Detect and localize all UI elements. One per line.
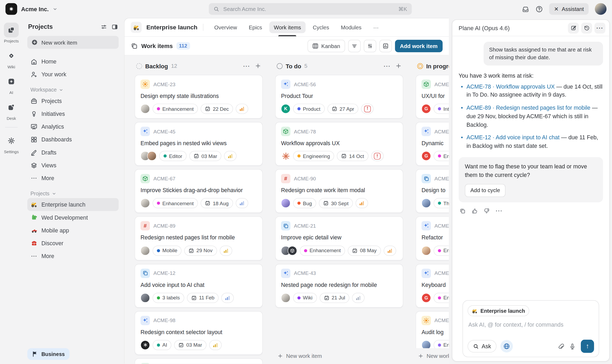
label-pill[interactable]: Editor [159,151,186,161]
work-item-card[interactable]: #ACME-90Redesign create work item modalB… [275,169,403,213]
sidebar-project-wed-development[interactable]: Wed Development [27,211,119,224]
due-date-pill[interactable]: 29 Nov [184,246,217,256]
tab-menu[interactable]: ··· [368,18,384,36]
thumbs-down-icon[interactable] [484,208,490,214]
due-date-pill[interactable]: 03 Mar [174,340,206,350]
sidebar-project-mobile-app[interactable]: Mobile app [27,224,119,237]
sidebar-item-views[interactable]: Views [27,159,119,172]
label-pill[interactable]: Th [434,198,449,208]
label-pill[interactable]: Enhancement [153,104,198,114]
ask-mode-button[interactable]: Ask [467,340,496,353]
add-work-item-button[interactable]: Add work item [395,39,443,52]
work-item-card[interactable]: ACME-43Nested page node redesign for mob… [275,264,403,307]
work-item-card[interactable]: ACME-76 [135,358,263,364]
due-date-pill[interactable]: 18 Aug [201,198,233,208]
priority-pill[interactable]: ! [361,104,374,114]
user-avatar[interactable] [595,3,607,15]
label-pill[interactable]: Enhancement [300,246,345,256]
column-add-icon[interactable] [395,63,401,69]
label-pill[interactable]: En [434,293,449,303]
sidebar-project-more[interactable]: More [27,250,119,262]
context-chip[interactable]: Enterprise launch [467,305,529,316]
sidebar-item-dashboards[interactable]: Dashboards [27,133,119,146]
assistant-menu-button[interactable]: ··· [594,22,605,33]
filter-button[interactable] [348,39,361,52]
sidebar-item-analytics[interactable]: Analytics [27,120,119,133]
help-icon[interactable] [536,5,543,13]
label-pill[interactable]: Int [434,104,449,114]
rail-item-desk[interactable]: Desk [4,100,19,120]
tab-overview[interactable]: Overview [209,18,243,36]
sidebar-item-home[interactable]: Home [27,55,119,68]
tab-modules[interactable]: Modules [336,18,367,36]
due-date-pill[interactable]: 11 Feb [187,293,219,303]
more-actions-icon[interactable]: ··· [496,208,503,214]
send-button[interactable]: ↑ [581,340,594,353]
copy-icon[interactable] [459,208,466,214]
due-date-pill[interactable]: 22 Dec [201,104,233,114]
progress-chart-pill[interactable] [221,293,234,303]
attach-button[interactable] [557,343,564,350]
thumbs-up-icon[interactable] [471,208,478,214]
new-work-item-footer[interactable]: New work [416,348,449,364]
assistant-toggle-button[interactable]: ✕ Assistant [549,3,588,15]
assistant-input[interactable] [468,322,595,328]
workspace-name[interactable]: Acme Inc. [21,6,49,12]
work-item-card[interactable]: ACME-45Embed pages in nested wiki viewsE… [135,122,263,166]
work-item-link[interactable]: ACME-89 · Redesign nested pages list for… [466,105,590,111]
work-item-card[interactable]: ACME-DynamicGEn [416,122,449,166]
work-item-card[interactable]: ACME-23Design empty state illustrationsE… [135,75,263,119]
label-pill[interactable]: En [434,151,449,161]
label-pill[interactable]: Product [293,104,325,114]
sidebar-section-workspace[interactable]: Workspace [27,87,119,93]
rail-item-projects[interactable]: Projects [4,23,19,43]
work-item-card[interactable]: ACME-67Improve Stickies drag-and-drop be… [135,169,263,213]
progress-chart-pill[interactable] [352,293,365,303]
global-search[interactable]: ⌘K [209,3,412,15]
column-menu-icon[interactable]: ··· [384,63,391,69]
work-item-link[interactable]: ACME-78 · Workflow approvals UX [466,83,555,89]
work-item-card[interactable]: ACME-21Improve epic detail viewEnhanceme… [275,216,403,260]
web-search-button[interactable] [500,340,513,353]
voice-button[interactable] [569,343,576,350]
sidebar-project-discover[interactable]: Discover [27,237,119,250]
tab-work-items[interactable]: Work items [268,18,307,36]
due-date-pill[interactable]: 03 Mar [189,151,221,161]
sidebar-item-projects[interactable]: Projects [27,94,119,107]
add-to-cycle-button[interactable]: Add to cycle [465,184,505,197]
progress-chart-pill[interactable] [220,246,232,256]
label-pill[interactable]: 3 labels [153,293,184,303]
work-item-card[interactable]: ACME-Audit logEn [416,311,449,348]
sidebar-filter-icon[interactable] [101,24,107,30]
plan-badge[interactable]: Business [27,348,69,360]
search-input[interactable] [223,5,395,12]
priority-pill[interactable]: ! [371,151,384,161]
workspace-logo[interactable]: ✷ [5,3,17,15]
rail-item-ai[interactable]: AI [4,74,19,95]
history-button[interactable] [581,22,592,33]
due-date-pill[interactable]: 30 Sept [319,198,353,208]
progress-chart-pill[interactable] [356,198,368,208]
analytics-button[interactable] [379,39,392,52]
sidebar-section-projects[interactable]: Projects [27,191,119,196]
tab-cycles[interactable]: Cycles [307,18,334,36]
work-item-card[interactable]: ACME-56Product TourKProduct27 Apr! [275,75,403,119]
workspace-chevron-down-icon[interactable] [53,7,57,11]
label-pill[interactable]: En [434,246,449,256]
work-item-card[interactable]: ACME-KeyboardGEn [416,264,449,307]
work-item-card[interactable]: ACME-6UX/UI forGInt [416,75,449,119]
sidebar-collapse-icon[interactable] [112,24,118,30]
due-date-pill[interactable]: 14 Oct [337,151,368,161]
label-pill[interactable]: Engineering [293,151,334,161]
sidebar-item-more[interactable]: More [27,172,119,184]
view-switcher-kanban-button[interactable]: Kanban [308,39,345,52]
new-work-item-button[interactable]: New work item [27,36,119,49]
inbox-tray-icon[interactable] [522,5,529,13]
label-pill[interactable]: Wiki [293,293,317,303]
tab-epics[interactable]: Epics [243,18,268,36]
label-pill[interactable]: En [434,340,449,348]
progress-chart-pill[interactable] [224,151,237,161]
sidebar-item-your-work[interactable]: Your work [27,68,119,81]
column-menu-icon[interactable]: ··· [243,63,250,69]
label-pill[interactable]: AI [153,340,171,350]
